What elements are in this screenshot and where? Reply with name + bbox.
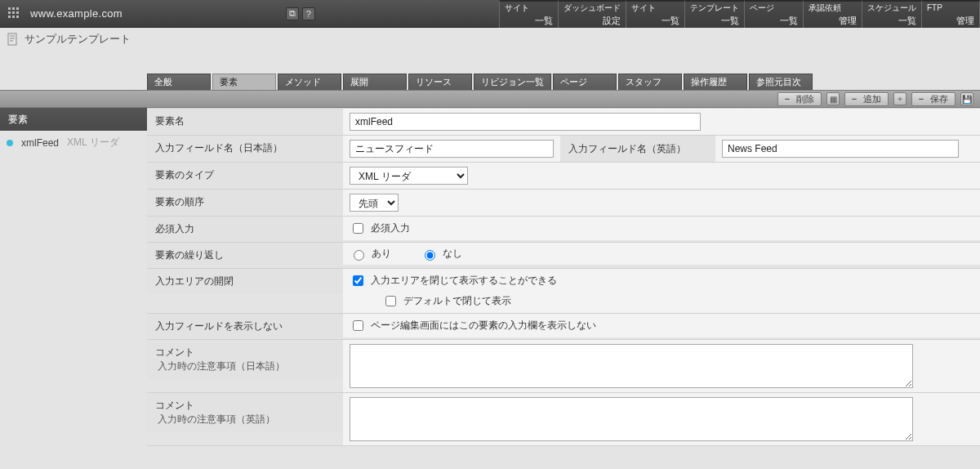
checkbox-area-default-closed[interactable]	[385, 296, 396, 306]
label-element-name: 要素名	[147, 109, 343, 134]
input-element-name[interactable]	[350, 113, 701, 131]
top-tab-schedule[interactable]: スケジュール一覧	[862, 0, 921, 28]
select-order[interactable]: 先頭	[350, 194, 399, 212]
bullet-icon	[7, 140, 13, 146]
textarea-comment-ja[interactable]	[350, 344, 913, 388]
delete-button[interactable]: −削除	[777, 92, 822, 106]
svg-rect-7	[12, 16, 15, 18]
page-title: サンプルテンプレート	[24, 32, 131, 47]
checkbox-hide-field[interactable]	[353, 320, 363, 331]
svg-rect-3	[8, 11, 11, 14]
label-field-en: 入力フィールド名（英語）	[560, 136, 715, 162]
site-url: www.example.com	[30, 7, 122, 20]
label-comment-ja: コメント 入力時の注意事項（日本語）	[147, 340, 343, 379]
tab-history[interactable]: 操作履歴	[684, 74, 747, 90]
toolbar-id-icon[interactable]: ⧉	[286, 7, 299, 20]
svg-rect-4	[12, 11, 15, 14]
checkbox-required[interactable]	[353, 223, 363, 234]
tab-revision[interactable]: リビジョン一覧	[474, 74, 551, 90]
textarea-comment-en[interactable]	[350, 397, 913, 441]
svg-rect-6	[8, 16, 11, 18]
label-type: 要素のタイプ	[147, 163, 343, 188]
input-field-ja[interactable]	[350, 140, 554, 158]
checkbox-area-collapsible[interactable]	[353, 275, 363, 286]
label-area: 入力エリアの開閉	[147, 269, 343, 294]
left-panel-title: 要素	[0, 108, 147, 131]
tab-expand[interactable]: 展開	[343, 74, 407, 90]
minus-icon: −	[782, 94, 793, 104]
tab-element[interactable]: 要素	[212, 74, 276, 90]
tab-staff[interactable]: スタッフ	[618, 74, 682, 90]
top-tab-site-list2[interactable]: サイト一覧	[626, 0, 684, 28]
svg-rect-5	[16, 11, 19, 14]
topbar: www.example.com ⧉ ? サイト一覧 ダッシュボード設定 サイト一…	[0, 0, 980, 28]
label-hide: 入力フィールドを表示しない	[147, 314, 343, 339]
element-type: XML リーダ	[67, 136, 119, 150]
tab-page[interactable]: ページ	[553, 74, 617, 90]
toolbar-help-icon[interactable]: ?	[302, 7, 315, 20]
tab-ref-toc[interactable]: 参照元目次	[749, 74, 813, 90]
top-tab-dashboard[interactable]: ダッシュボード設定	[558, 0, 626, 28]
add-button[interactable]: −追加	[844, 92, 889, 106]
tab-resource[interactable]: リソース	[408, 74, 472, 90]
form: 要素名 入力フィールド名（日本語） 入力フィールド名（英語） 要素のタイプ XM…	[147, 108, 980, 446]
top-tab-approval[interactable]: 承認依頼管理	[803, 0, 862, 28]
minus-icon: −	[849, 94, 860, 104]
input-field-en[interactable]	[722, 140, 959, 158]
left-panel: 要素 xmlFeed XML リーダ	[0, 108, 147, 154]
inner-tabs: 全般 要素 メソッド 展開 リソース リビジョン一覧 ページ スタッフ 操作履歴…	[0, 70, 980, 90]
tab-general[interactable]: 全般	[147, 74, 211, 90]
top-tab-ftp[interactable]: FTP管理	[921, 0, 980, 28]
action-ribbon: −削除 ▦ −追加 ＋ −保存 💾	[0, 90, 980, 108]
label-required: 必須入力	[147, 217, 343, 242]
top-tab-site-list[interactable]: サイト一覧	[499, 0, 558, 28]
top-nav: サイト一覧 ダッシュボード設定 サイト一覧 テンプレート一覧 ページ一覧 承認依…	[499, 0, 980, 28]
tab-method[interactable]: メソッド	[278, 74, 341, 90]
page-title-bar: サンプルテンプレート	[0, 28, 980, 51]
delete-adjunct-icon[interactable]: ▦	[826, 92, 840, 105]
svg-rect-9	[8, 34, 16, 45]
radio-repeat-yes[interactable]	[354, 250, 364, 261]
element-name: xmlFeed	[21, 137, 59, 149]
top-tab-page[interactable]: ページ一覧	[744, 0, 803, 28]
save-disk-icon[interactable]: 💾	[960, 92, 973, 105]
radio-repeat-no[interactable]	[425, 250, 435, 261]
svg-rect-2	[16, 7, 19, 10]
label-field-ja: 入力フィールド名（日本語）	[147, 136, 343, 161]
page-icon	[7, 33, 20, 46]
app-logo	[0, 0, 29, 28]
minus-icon: −	[915, 94, 927, 104]
select-type[interactable]: XML リーダ	[350, 167, 468, 185]
label-comment-en: コメント 入力時の注意事項（英語）	[147, 393, 343, 432]
label-repeat: 要素の繰り返し	[147, 243, 343, 268]
label-order: 要素の順序	[147, 190, 343, 215]
svg-rect-1	[12, 7, 15, 10]
svg-rect-0	[8, 7, 11, 10]
top-tab-template[interactable]: テンプレート一覧	[684, 0, 744, 28]
svg-rect-8	[16, 16, 19, 18]
add-plus-icon[interactable]: ＋	[893, 92, 906, 105]
save-button[interactable]: −保存	[911, 92, 956, 106]
element-list-item[interactable]: xmlFeed XML リーダ	[0, 131, 147, 154]
